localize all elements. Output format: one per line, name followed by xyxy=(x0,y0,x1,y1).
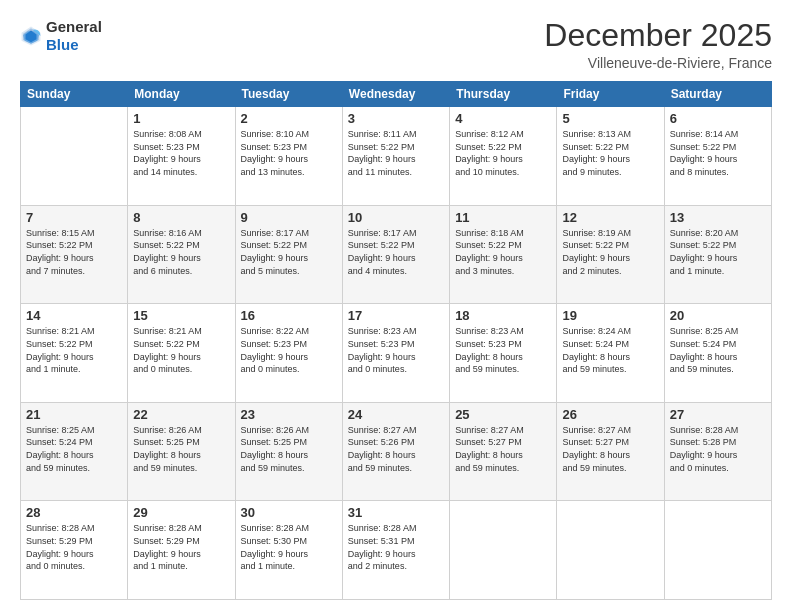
cell-info: Sunrise: 8:23 AM Sunset: 5:23 PM Dayligh… xyxy=(348,325,444,375)
location: Villeneuve-de-Riviere, France xyxy=(544,55,772,71)
calendar-cell xyxy=(664,501,771,600)
col-thursday: Thursday xyxy=(450,82,557,107)
calendar-cell: 10Sunrise: 8:17 AM Sunset: 5:22 PM Dayli… xyxy=(342,205,449,304)
calendar-header-row: Sunday Monday Tuesday Wednesday Thursday… xyxy=(21,82,772,107)
day-number: 10 xyxy=(348,210,444,225)
calendar-row-2: 14Sunrise: 8:21 AM Sunset: 5:22 PM Dayli… xyxy=(21,304,772,403)
day-number: 12 xyxy=(562,210,658,225)
cell-info: Sunrise: 8:26 AM Sunset: 5:25 PM Dayligh… xyxy=(133,424,229,474)
day-number: 9 xyxy=(241,210,337,225)
calendar-row-3: 21Sunrise: 8:25 AM Sunset: 5:24 PM Dayli… xyxy=(21,402,772,501)
cell-info: Sunrise: 8:11 AM Sunset: 5:22 PM Dayligh… xyxy=(348,128,444,178)
calendar-table: Sunday Monday Tuesday Wednesday Thursday… xyxy=(20,81,772,600)
cell-info: Sunrise: 8:10 AM Sunset: 5:23 PM Dayligh… xyxy=(241,128,337,178)
calendar-cell: 7Sunrise: 8:15 AM Sunset: 5:22 PM Daylig… xyxy=(21,205,128,304)
day-number: 4 xyxy=(455,111,551,126)
calendar-cell: 27Sunrise: 8:28 AM Sunset: 5:28 PM Dayli… xyxy=(664,402,771,501)
calendar-cell: 31Sunrise: 8:28 AM Sunset: 5:31 PM Dayli… xyxy=(342,501,449,600)
calendar-cell: 22Sunrise: 8:26 AM Sunset: 5:25 PM Dayli… xyxy=(128,402,235,501)
col-tuesday: Tuesday xyxy=(235,82,342,107)
calendar-cell xyxy=(557,501,664,600)
cell-info: Sunrise: 8:28 AM Sunset: 5:29 PM Dayligh… xyxy=(133,522,229,572)
calendar-cell: 12Sunrise: 8:19 AM Sunset: 5:22 PM Dayli… xyxy=(557,205,664,304)
cell-info: Sunrise: 8:27 AM Sunset: 5:27 PM Dayligh… xyxy=(562,424,658,474)
day-number: 23 xyxy=(241,407,337,422)
cell-info: Sunrise: 8:26 AM Sunset: 5:25 PM Dayligh… xyxy=(241,424,337,474)
logo: General Blue xyxy=(20,18,102,54)
day-number: 27 xyxy=(670,407,766,422)
day-number: 11 xyxy=(455,210,551,225)
cell-info: Sunrise: 8:27 AM Sunset: 5:27 PM Dayligh… xyxy=(455,424,551,474)
calendar-cell xyxy=(21,107,128,206)
calendar-cell: 2Sunrise: 8:10 AM Sunset: 5:23 PM Daylig… xyxy=(235,107,342,206)
calendar-cell: 5Sunrise: 8:13 AM Sunset: 5:22 PM Daylig… xyxy=(557,107,664,206)
calendar-cell xyxy=(450,501,557,600)
cell-info: Sunrise: 8:12 AM Sunset: 5:22 PM Dayligh… xyxy=(455,128,551,178)
day-number: 21 xyxy=(26,407,122,422)
calendar-row-4: 28Sunrise: 8:28 AM Sunset: 5:29 PM Dayli… xyxy=(21,501,772,600)
day-number: 22 xyxy=(133,407,229,422)
col-friday: Friday xyxy=(557,82,664,107)
day-number: 14 xyxy=(26,308,122,323)
calendar-cell: 13Sunrise: 8:20 AM Sunset: 5:22 PM Dayli… xyxy=(664,205,771,304)
day-number: 18 xyxy=(455,308,551,323)
calendar-cell: 28Sunrise: 8:28 AM Sunset: 5:29 PM Dayli… xyxy=(21,501,128,600)
logo-blue: Blue xyxy=(46,36,79,53)
day-number: 20 xyxy=(670,308,766,323)
calendar-cell: 3Sunrise: 8:11 AM Sunset: 5:22 PM Daylig… xyxy=(342,107,449,206)
cell-info: Sunrise: 8:28 AM Sunset: 5:30 PM Dayligh… xyxy=(241,522,337,572)
calendar-cell: 15Sunrise: 8:21 AM Sunset: 5:22 PM Dayli… xyxy=(128,304,235,403)
calendar-row-1: 7Sunrise: 8:15 AM Sunset: 5:22 PM Daylig… xyxy=(21,205,772,304)
calendar-cell: 17Sunrise: 8:23 AM Sunset: 5:23 PM Dayli… xyxy=(342,304,449,403)
calendar-cell: 9Sunrise: 8:17 AM Sunset: 5:22 PM Daylig… xyxy=(235,205,342,304)
logo-text: General Blue xyxy=(46,18,102,54)
calendar-cell: 4Sunrise: 8:12 AM Sunset: 5:22 PM Daylig… xyxy=(450,107,557,206)
calendar-cell: 29Sunrise: 8:28 AM Sunset: 5:29 PM Dayli… xyxy=(128,501,235,600)
cell-info: Sunrise: 8:25 AM Sunset: 5:24 PM Dayligh… xyxy=(670,325,766,375)
day-number: 19 xyxy=(562,308,658,323)
cell-info: Sunrise: 8:21 AM Sunset: 5:22 PM Dayligh… xyxy=(133,325,229,375)
calendar-cell: 19Sunrise: 8:24 AM Sunset: 5:24 PM Dayli… xyxy=(557,304,664,403)
calendar-cell: 1Sunrise: 8:08 AM Sunset: 5:23 PM Daylig… xyxy=(128,107,235,206)
day-number: 7 xyxy=(26,210,122,225)
cell-info: Sunrise: 8:22 AM Sunset: 5:23 PM Dayligh… xyxy=(241,325,337,375)
cell-info: Sunrise: 8:23 AM Sunset: 5:23 PM Dayligh… xyxy=(455,325,551,375)
calendar-cell: 30Sunrise: 8:28 AM Sunset: 5:30 PM Dayli… xyxy=(235,501,342,600)
cell-info: Sunrise: 8:08 AM Sunset: 5:23 PM Dayligh… xyxy=(133,128,229,178)
day-number: 25 xyxy=(455,407,551,422)
cell-info: Sunrise: 8:14 AM Sunset: 5:22 PM Dayligh… xyxy=(670,128,766,178)
calendar-row-0: 1Sunrise: 8:08 AM Sunset: 5:23 PM Daylig… xyxy=(21,107,772,206)
day-number: 17 xyxy=(348,308,444,323)
day-number: 31 xyxy=(348,505,444,520)
day-number: 3 xyxy=(348,111,444,126)
cell-info: Sunrise: 8:15 AM Sunset: 5:22 PM Dayligh… xyxy=(26,227,122,277)
calendar-cell: 18Sunrise: 8:23 AM Sunset: 5:23 PM Dayli… xyxy=(450,304,557,403)
day-number: 26 xyxy=(562,407,658,422)
day-number: 2 xyxy=(241,111,337,126)
day-number: 28 xyxy=(26,505,122,520)
calendar-cell: 26Sunrise: 8:27 AM Sunset: 5:27 PM Dayli… xyxy=(557,402,664,501)
calendar-cell: 8Sunrise: 8:16 AM Sunset: 5:22 PM Daylig… xyxy=(128,205,235,304)
col-saturday: Saturday xyxy=(664,82,771,107)
calendar-cell: 25Sunrise: 8:27 AM Sunset: 5:27 PM Dayli… xyxy=(450,402,557,501)
col-wednesday: Wednesday xyxy=(342,82,449,107)
calendar-cell: 24Sunrise: 8:27 AM Sunset: 5:26 PM Dayli… xyxy=(342,402,449,501)
calendar-cell: 21Sunrise: 8:25 AM Sunset: 5:24 PM Dayli… xyxy=(21,402,128,501)
cell-info: Sunrise: 8:28 AM Sunset: 5:31 PM Dayligh… xyxy=(348,522,444,572)
calendar-cell: 6Sunrise: 8:14 AM Sunset: 5:22 PM Daylig… xyxy=(664,107,771,206)
col-sunday: Sunday xyxy=(21,82,128,107)
cell-info: Sunrise: 8:20 AM Sunset: 5:22 PM Dayligh… xyxy=(670,227,766,277)
day-number: 16 xyxy=(241,308,337,323)
day-number: 15 xyxy=(133,308,229,323)
title-area: December 2025 Villeneuve-de-Riviere, Fra… xyxy=(544,18,772,71)
cell-info: Sunrise: 8:24 AM Sunset: 5:24 PM Dayligh… xyxy=(562,325,658,375)
calendar-cell: 16Sunrise: 8:22 AM Sunset: 5:23 PM Dayli… xyxy=(235,304,342,403)
day-number: 5 xyxy=(562,111,658,126)
month-title: December 2025 xyxy=(544,18,772,53)
day-number: 1 xyxy=(133,111,229,126)
day-number: 8 xyxy=(133,210,229,225)
cell-info: Sunrise: 8:25 AM Sunset: 5:24 PM Dayligh… xyxy=(26,424,122,474)
cell-info: Sunrise: 8:27 AM Sunset: 5:26 PM Dayligh… xyxy=(348,424,444,474)
calendar-cell: 14Sunrise: 8:21 AM Sunset: 5:22 PM Dayli… xyxy=(21,304,128,403)
calendar-cell: 23Sunrise: 8:26 AM Sunset: 5:25 PM Dayli… xyxy=(235,402,342,501)
